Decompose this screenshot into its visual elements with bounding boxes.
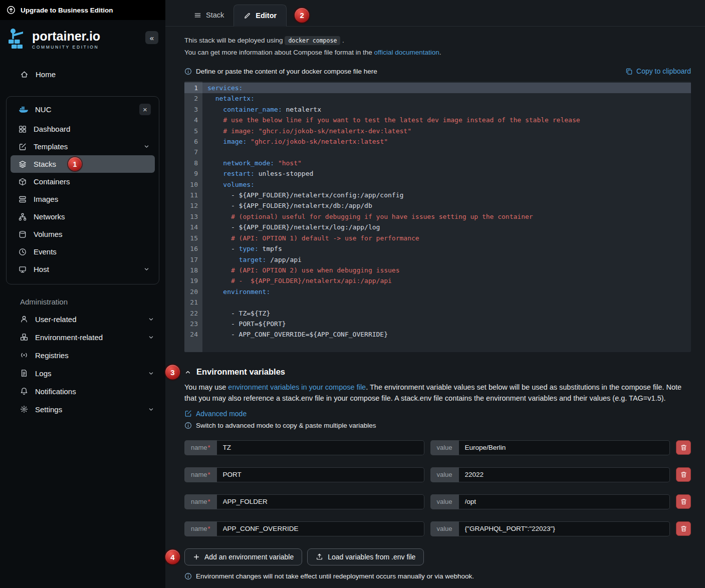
code-line[interactable]: 17 target: /app/api: [184, 254, 691, 265]
sidebar-item-templates[interactable]: Templates: [11, 138, 155, 155]
sidebar-item-user-related[interactable]: User-related: [0, 310, 165, 328]
code-line[interactable]: 16 - type: tmpfs: [184, 243, 691, 254]
code-line[interactable]: 1services:: [184, 83, 691, 93]
line-number: 17: [184, 254, 202, 265]
line-number: 7: [184, 147, 202, 157]
code-line[interactable]: 15 # (API: OPTION 1) default -> use for …: [184, 233, 691, 243]
sidebar-item-dashboard[interactable]: Dashboard: [11, 120, 155, 138]
code-line[interactable]: 20 environment:: [184, 286, 691, 297]
sidebar-item-label: Stacks: [34, 160, 56, 168]
add-environment-variable-label: Add an environment variable: [204, 553, 294, 561]
value-label-text: value: [437, 471, 452, 478]
delete-variable-button[interactable]: [676, 440, 691, 455]
sidebar-item-environment-related[interactable]: Environment-related: [0, 328, 165, 346]
images-icon: [19, 195, 27, 203]
env-value-input[interactable]: [459, 521, 670, 536]
delete-variable-button[interactable]: [676, 521, 691, 536]
sidebar-item-home[interactable]: Home: [0, 65, 165, 83]
sidebar-item-events[interactable]: Events: [11, 243, 155, 260]
env-name-group: name*: [184, 440, 424, 455]
code-line[interactable]: 6 image: "ghcr.io/jokob-sk/netalertx:lat…: [184, 136, 691, 147]
code-line[interactable]: 19 # - ${APP_FOLDER}/netalertx/api:/app/…: [184, 275, 691, 286]
advanced-mode-label[interactable]: Advanced mode: [196, 410, 247, 418]
code-line[interactable]: 7: [184, 147, 691, 157]
delete-variable-button[interactable]: [676, 494, 691, 509]
sidebar-item-registries[interactable]: Registries: [0, 346, 165, 364]
code-line-text: - ${APP_FOLDER}/netalertx/db:/app/db: [202, 200, 691, 211]
sidebar-item-containers[interactable]: Containers: [11, 173, 155, 190]
code-line[interactable]: 22 - TZ=${TZ}: [184, 308, 691, 319]
advanced-mode-link[interactable]: Advanced mode: [184, 410, 691, 418]
compose-editor-lines: 1services:2 netalertx:3 container_name: …: [184, 83, 691, 340]
code-line-text: target: /app/api: [202, 254, 691, 265]
code-line[interactable]: 8 network_mode: "host": [184, 158, 691, 168]
copy-to-clipboard-button[interactable]: Copy to clipboard: [625, 67, 691, 75]
code-line[interactable]: 2 netalertx:: [184, 93, 691, 104]
env-value-input[interactable]: [459, 467, 670, 482]
line-number: 20: [184, 286, 202, 297]
code-line-text: environment:: [202, 286, 691, 297]
sidebar-item-settings[interactable]: Settings: [0, 400, 165, 418]
code-line[interactable]: 24 - APP_CONF_OVERRIDE=${APP_CONF_OVERRI…: [184, 329, 691, 340]
environment-variables-header[interactable]: 3 Environment variables: [184, 367, 691, 377]
registries-icon: [20, 351, 28, 359]
env-name-input[interactable]: [217, 440, 424, 455]
code-line-text: # use the below line if you want to test…: [202, 115, 691, 125]
add-environment-variable-button[interactable]: Add an environment variable: [184, 548, 302, 565]
sidebar-item-label: Volumes: [34, 230, 63, 238]
sidebar-item-notifications[interactable]: Notifications: [0, 382, 165, 400]
line-number: 2: [184, 93, 202, 104]
collapse-sidebar-button[interactable]: «: [145, 31, 158, 44]
env-name-input[interactable]: [217, 521, 424, 536]
env-name-input[interactable]: [217, 467, 424, 482]
code-line[interactable]: 12 - ${APP_FOLDER}/netalertx/db:/app/db: [184, 200, 691, 211]
load-variables-button[interactable]: Load variables from .env file: [307, 548, 424, 565]
value-label: value: [430, 440, 459, 455]
tab-label: Editor: [256, 12, 277, 20]
deploy-method-line: This stack will be deployed using docker…: [184, 37, 691, 44]
env-value-input[interactable]: [459, 440, 670, 455]
code-line[interactable]: 14 - ${APP_FOLDER}/netalertx/log:/app/lo…: [184, 222, 691, 232]
code-line[interactable]: 11 - ${APP_FOLDER}/netalertx/config:/app…: [184, 190, 691, 200]
sidebar-item-stacks[interactable]: Stacks 1: [11, 155, 155, 173]
env-vars-docs-link[interactable]: environment variables in your compose fi…: [228, 383, 366, 391]
code-line[interactable]: 21: [184, 297, 691, 308]
redeploy-note: Environment changes will not take effect…: [184, 572, 691, 580]
containers-icon: [19, 178, 27, 186]
environment-variables-description: You may use environment variables in you…: [184, 382, 691, 404]
code-line[interactable]: 18 # (API: OPTION 2) use when debugging …: [184, 265, 691, 275]
tab-stack[interactable]: Stack: [184, 4, 233, 26]
line-number: 9: [184, 168, 202, 179]
code-line[interactable]: 13 # (optional) useful for debugging if …: [184, 211, 691, 222]
env-var-row: name* value: [184, 440, 691, 455]
upgrade-banner[interactable]: Upgrade to Business Edition: [0, 0, 165, 20]
sidebar-item-logs[interactable]: Logs: [0, 364, 165, 382]
line-number: 5: [184, 126, 202, 136]
sidebar-item-networks[interactable]: Networks: [11, 208, 155, 225]
tab-editor[interactable]: Editor: [233, 5, 287, 27]
code-line[interactable]: 10 volumes:: [184, 179, 691, 190]
code-line[interactable]: 4 # use the below line if you want to te…: [184, 115, 691, 125]
sidebar-item-host[interactable]: Host: [11, 260, 155, 278]
delete-variable-button[interactable]: [676, 467, 691, 482]
required-asterisk: *: [208, 498, 210, 505]
annotation-badge-4: 4: [165, 549, 180, 564]
close-environment-button[interactable]: ×: [139, 104, 151, 115]
code-line[interactable]: 5 # image: "ghcr.io/jokob-sk/netalertx-d…: [184, 126, 691, 136]
sidebar-item-images[interactable]: Images: [11, 190, 155, 208]
env-value-input[interactable]: [459, 494, 670, 509]
env-name-input[interactable]: [217, 494, 424, 509]
value-label-text: value: [437, 498, 452, 505]
line-number: 24: [184, 329, 202, 340]
environment-header[interactable]: NUC ×: [11, 101, 155, 120]
code-line[interactable]: 23 - PORT=${PORT}: [184, 319, 691, 329]
sidebar-item-volumes[interactable]: Volumes: [11, 225, 155, 243]
code-line[interactable]: 9 restart: unless-stopped: [184, 168, 691, 179]
compose-editor[interactable]: 1services:2 netalertx:3 container_name: …: [184, 82, 691, 352]
name-label: name*: [184, 521, 217, 536]
value-label: value: [430, 467, 459, 482]
required-asterisk: *: [208, 444, 210, 451]
copy-icon: [625, 68, 633, 75]
official-documentation-link[interactable]: official documentation: [374, 49, 439, 56]
code-line[interactable]: 3 container_name: netalertx: [184, 104, 691, 115]
